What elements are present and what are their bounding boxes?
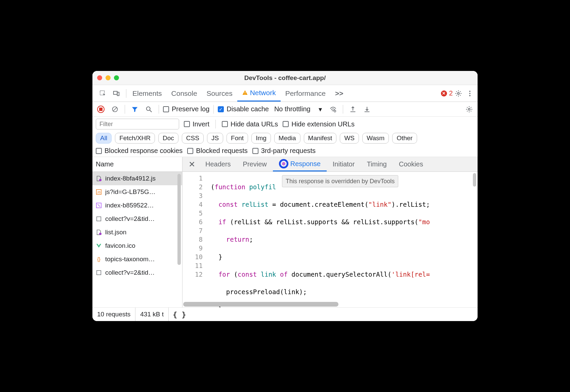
chip-ws[interactable]: WS xyxy=(340,133,359,144)
device-toggle-icon[interactable] xyxy=(111,88,122,99)
request-list-scrollbar[interactable] xyxy=(177,174,181,304)
blocked-cookies-checkbox[interactable]: Blocked response cookies xyxy=(96,147,182,155)
request-name: collect?v=2&tid… xyxy=(105,215,179,223)
chip-css[interactable]: CSS xyxy=(182,133,204,144)
svg-point-14 xyxy=(468,108,470,110)
chip-js[interactable]: JS xyxy=(207,133,223,144)
zoom-window-button[interactable] xyxy=(114,75,119,80)
request-row[interactable]: collect?v=2&tid… xyxy=(92,266,182,279)
request-list: index-8bfa4912.jsJSjs?id=G-LB75G…index-b… xyxy=(92,172,182,307)
line-number-gutter: 123456789101112 xyxy=(182,172,209,307)
file-type-icon: {} xyxy=(96,256,102,262)
filter-bar: Invert Hide data URLs Hide extension URL… xyxy=(92,117,478,157)
resource-type-chips: AllFetch/XHRDocCSSJSFontImgMediaManifest… xyxy=(96,133,474,144)
request-row[interactable]: JSjs?id=G-LB75G… xyxy=(92,185,182,199)
detail-tab-preview[interactable]: Preview xyxy=(237,157,273,171)
third-party-checkbox[interactable]: 3rd-party requests xyxy=(252,147,316,155)
chip-manifest[interactable]: Manifest xyxy=(304,133,337,144)
error-icon: ✕ xyxy=(441,90,447,96)
disable-cache-checkbox[interactable]: ✓ Disable cache xyxy=(218,105,269,113)
request-row[interactable]: favicon.ico xyxy=(92,239,182,252)
file-type-icon: JS xyxy=(96,189,102,195)
detail-tab-headers[interactable]: Headers xyxy=(199,157,237,171)
warning-icon xyxy=(242,90,248,96)
request-row[interactable]: list.json xyxy=(92,226,182,239)
invert-checkbox[interactable]: Invert xyxy=(184,120,209,128)
svg-rect-3 xyxy=(245,92,245,93)
settings-gear-icon[interactable] xyxy=(453,88,464,99)
svg-rect-19 xyxy=(97,217,101,221)
clear-button[interactable] xyxy=(109,104,121,115)
svg-point-13 xyxy=(334,110,336,112)
window-title: DevTools - coffee-cart.app/ xyxy=(92,74,478,82)
name-column-header[interactable]: Name xyxy=(92,157,182,172)
inspect-element-icon[interactable] xyxy=(97,88,109,99)
request-row[interactable]: collect?v=2&tid… xyxy=(92,212,182,226)
file-type-icon xyxy=(96,216,102,222)
detail-tab-cookies[interactable]: Cookies xyxy=(393,157,429,171)
tab-sources[interactable]: Sources xyxy=(202,85,237,102)
detail-tab-initiator[interactable]: Initiator xyxy=(327,157,361,171)
svg-rect-22 xyxy=(97,271,101,275)
tab-console[interactable]: Console xyxy=(167,85,202,102)
chip-doc[interactable]: Doc xyxy=(158,133,178,144)
chip-other[interactable]: Other xyxy=(392,133,417,144)
file-type-icon xyxy=(96,270,102,276)
close-detail-button[interactable]: ✕ xyxy=(185,160,199,169)
more-tabs-button[interactable]: >> xyxy=(330,85,348,102)
minimize-window-button[interactable] xyxy=(106,75,111,80)
hide-extension-urls-checkbox[interactable]: Hide extension URLs xyxy=(283,120,355,128)
close-window-button[interactable] xyxy=(97,75,102,80)
chip-font[interactable]: Font xyxy=(227,133,248,144)
issue-counter[interactable]: ✕ 2 xyxy=(441,89,453,97)
blocked-requests-checkbox[interactable]: Blocked requests xyxy=(187,147,247,155)
response-body[interactable]: 123456789101112 (function polyfil const … xyxy=(182,172,478,307)
search-icon[interactable] xyxy=(143,104,155,115)
import-har-icon[interactable] xyxy=(361,104,373,115)
devtools-window: DevTools - coffee-cart.app/ Elements Con… xyxy=(92,71,478,321)
tab-performance[interactable]: Performance xyxy=(281,85,330,102)
filter-toggle-icon[interactable] xyxy=(129,104,140,115)
request-row[interactable]: {}topics-taxonom… xyxy=(92,252,182,266)
preserve-log-checkbox[interactable]: Preserve log xyxy=(163,105,209,113)
chip-media[interactable]: Media xyxy=(274,133,300,144)
svg-point-15 xyxy=(99,179,101,181)
detail-tab-response[interactable]: Response xyxy=(273,157,327,171)
detail-tab-timing[interactable]: Timing xyxy=(361,157,393,171)
override-indicator-icon xyxy=(279,159,288,168)
request-name: topics-taxonom… xyxy=(105,256,179,263)
filter-input[interactable] xyxy=(96,119,179,129)
svg-text:JS: JS xyxy=(97,191,101,194)
traffic-lights xyxy=(97,75,119,80)
request-name: js?id=G-LB75G… xyxy=(105,188,179,196)
chip-wasm[interactable]: Wasm xyxy=(362,133,389,144)
svg-rect-2 xyxy=(117,92,119,95)
request-name: list.json xyxy=(105,229,179,236)
request-row[interactable]: index-b859522… xyxy=(92,199,182,212)
network-settings-gear-icon[interactable] xyxy=(463,104,475,115)
code-horizontal-scrollbar[interactable] xyxy=(183,302,471,307)
main-toolbar: Elements Console Sources Network Perform… xyxy=(92,85,478,102)
titlebar: DevTools - coffee-cart.app/ xyxy=(92,71,478,85)
detail-pane: ✕ Headers Preview Response Initiator Tim… xyxy=(182,157,478,307)
tab-network[interactable]: Network xyxy=(237,85,281,102)
svg-point-8 xyxy=(469,95,471,96)
hide-data-urls-checkbox[interactable]: Hide data URLs xyxy=(222,120,278,128)
detail-tabs: ✕ Headers Preview Response Initiator Tim… xyxy=(182,157,478,172)
chip-all[interactable]: All xyxy=(96,133,112,144)
svg-point-11 xyxy=(147,107,150,110)
export-har-icon[interactable] xyxy=(347,104,359,115)
request-row[interactable]: index-8bfa4912.js xyxy=(92,172,182,185)
file-type-icon xyxy=(96,243,102,249)
network-toolbar: Preserve log ✓ Disable cache No throttli… xyxy=(92,102,478,117)
override-tooltip: This response is overridden by DevTools xyxy=(282,175,398,187)
chip-img[interactable]: Img xyxy=(251,133,271,144)
more-menu-icon[interactable] xyxy=(464,88,476,99)
code-vertical-scrollbar[interactable] xyxy=(473,173,476,187)
chip-fetch-xhr[interactable]: Fetch/XHR xyxy=(115,133,155,144)
pretty-print-button[interactable]: { } xyxy=(169,310,190,319)
tab-elements[interactable]: Elements xyxy=(128,85,167,102)
record-button[interactable] xyxy=(95,104,107,115)
network-conditions-icon[interactable] xyxy=(327,104,339,115)
throttling-select[interactable]: No throttling ▾ xyxy=(272,105,325,113)
